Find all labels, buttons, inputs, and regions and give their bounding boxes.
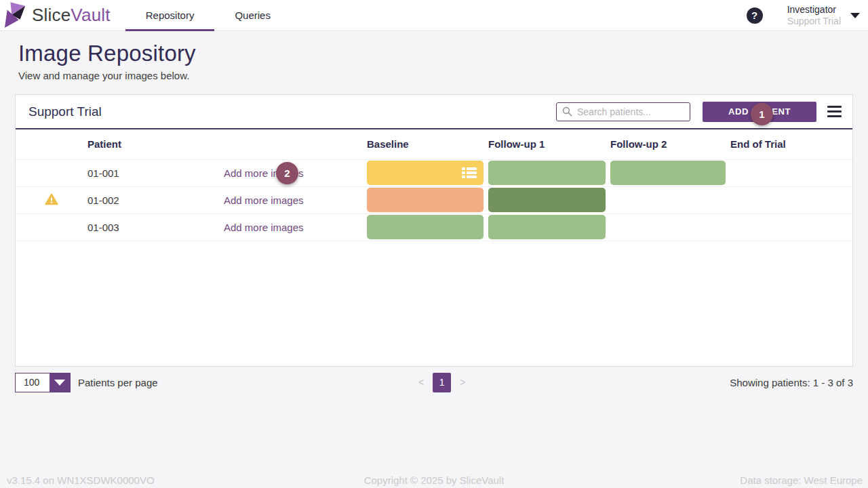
prev-page-button[interactable]: <: [418, 377, 424, 388]
search-box: [556, 102, 690, 121]
scan-block-followup-2[interactable]: [610, 161, 726, 185]
pagination-bar: 100 Patients per page < 1 > Showing pati…: [15, 372, 853, 392]
trial-title: Support Trial: [28, 104, 556, 119]
trial-card: Support Trial ADD PATIENT Patient Baseli…: [15, 94, 853, 367]
scan-block-followup-1[interactable]: [488, 161, 606, 185]
current-page-button[interactable]: 1: [433, 373, 451, 392]
table-header-row: Patient Baseline Follow-up 1 Follow-up 2…: [16, 129, 852, 159]
add-more-images-link[interactable]: Add more images: [224, 222, 304, 233]
patient-id: 01-001: [87, 159, 224, 186]
patients-per-page-select[interactable]: 100: [15, 373, 71, 392]
scan-block-baseline[interactable]: [367, 188, 484, 212]
page-title: Image Repository: [18, 41, 196, 66]
page-head: Image Repository View and manage your im…: [18, 41, 196, 81]
scan-block-baseline[interactable]: [367, 161, 484, 185]
patient-id: 01-002: [87, 186, 224, 214]
warning-icon: [45, 193, 58, 205]
tab-repository[interactable]: Repository: [125, 0, 215, 31]
col-header-baseline: Baseline: [367, 129, 488, 159]
slicevault-logo-icon: [3, 1, 28, 30]
annotation-badge-1: 1: [751, 103, 773, 125]
table-row: 01-003 Add more images: [16, 214, 852, 241]
per-page-label: Patients per page: [78, 377, 158, 388]
dropdown-arrow-icon: [50, 373, 70, 392]
col-header-end-of-trial: End of Trial: [730, 129, 852, 159]
nav-right: ? Investigator Support Trial: [747, 4, 860, 27]
search-input[interactable]: [577, 106, 684, 117]
footer-copyright-text: Copyright © 2025 by SliceVault: [364, 474, 505, 486]
annotation-badge-2: 2: [276, 162, 298, 184]
brand-name-secondary: Vault: [71, 5, 110, 25]
showing-patients-text: Showing patients: 1 - 3 of 3: [730, 377, 853, 388]
search-icon: [562, 106, 572, 117]
scan-block-followup-1[interactable]: [488, 215, 606, 239]
footer-version-text: v3.15.4 on WN1XSDWK0000VO: [7, 474, 155, 486]
card-header: Support Trial ADD PATIENT: [16, 95, 852, 129]
page-nav: < 1 >: [418, 373, 465, 392]
table-row: 01-001 Add more images: [16, 159, 852, 186]
scan-block-baseline[interactable]: [367, 215, 484, 239]
tab-queries-label: Queries: [235, 9, 271, 21]
tab-queries[interactable]: Queries: [214, 0, 291, 31]
scan-block-followup-1[interactable]: [488, 188, 606, 212]
brand-name: SliceVault: [32, 5, 111, 26]
nav-tabs: Repository Queries: [125, 0, 291, 31]
col-header-followup-2: Follow-up 2: [610, 129, 730, 159]
page-footer: v3.15.4 on WN1XSDWK0000VO Copyright © 20…: [0, 473, 868, 488]
patient-id: 01-003: [87, 214, 224, 241]
list-icon: [462, 167, 477, 179]
table-row: 01-002 Add more images: [16, 186, 852, 214]
user-role-label: Investigator: [787, 4, 841, 16]
top-nav: SliceVault Repository Queries ? Investig…: [0, 0, 868, 31]
footer-data-storage-text: Data storage: West Europe: [740, 474, 863, 486]
user-trial-label: Support Trial: [787, 16, 841, 27]
help-icon[interactable]: ?: [747, 7, 763, 24]
chevron-down-icon[interactable]: [850, 13, 860, 18]
page-subtitle: View and manage your images below.: [18, 70, 196, 81]
per-page-value: 100: [16, 373, 50, 392]
hamburger-menu-icon[interactable]: [827, 103, 842, 120]
brand-name-primary: Slice: [32, 5, 71, 25]
user-menu[interactable]: Investigator Support Trial: [787, 4, 841, 27]
col-header-patient: Patient: [87, 129, 224, 159]
tab-repository-label: Repository: [146, 9, 195, 21]
col-header-followup-1: Follow-up 1: [488, 129, 610, 159]
next-page-button[interactable]: >: [460, 377, 465, 388]
patients-table: Patient Baseline Follow-up 1 Follow-up 2…: [16, 129, 852, 241]
add-more-images-link[interactable]: Add more images: [224, 195, 304, 206]
